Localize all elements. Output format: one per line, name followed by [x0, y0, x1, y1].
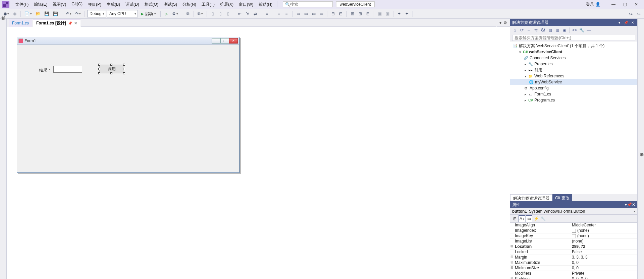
menu-帮助(H)[interactable]: 帮助(H) [256, 1, 275, 8]
menu-调试(D)[interactable]: 调试(D) [123, 1, 142, 8]
menu-工具(T)[interactable]: 工具(T) [199, 1, 217, 8]
tab-form1-design[interactable]: Form1.cs [设计] 📌 ✕ [33, 19, 80, 27]
redo-button[interactable]: ↷ [74, 10, 82, 17]
config-combo[interactable]: Debug [87, 10, 106, 17]
search-input[interactable] [290, 2, 330, 7]
se-more-icon[interactable]: — [585, 27, 592, 33]
menu-扩展(X)[interactable]: 扩展(X) [217, 1, 236, 8]
pin-icon[interactable]: 📌 [68, 21, 72, 25]
result-label[interactable]: 结果： [39, 67, 51, 73]
menu-格式(O)[interactable]: 格式(O) [142, 1, 161, 8]
se-refresh-icon[interactable]: ▥ [554, 27, 560, 33]
tree-project[interactable]: ▾C#webServiceClient [510, 49, 637, 55]
tree-programcs[interactable]: ▸C#Program.cs [510, 97, 637, 103]
platform-combo[interactable]: Any CPU [107, 10, 138, 17]
global-search[interactable]: 🔍 [283, 1, 333, 7]
align-5[interactable]: ▭ [303, 10, 309, 17]
tree-web-references[interactable]: ▾📁Web References [510, 73, 637, 79]
tab-git-changes[interactable]: Git 更改 [552, 194, 572, 201]
tb-a[interactable]: ⧉ [184, 10, 191, 17]
se-fwd-icon[interactable]: ⇆ [533, 27, 539, 33]
menu-分析(N)[interactable]: 分析(N) [180, 1, 199, 8]
menu-窗口(W)[interactable]: 窗口(W) [236, 1, 256, 8]
props-cat-icon[interactable]: ⊞ [512, 215, 518, 222]
tb-h[interactable]: ⇄ [252, 10, 259, 17]
misc-2[interactable]: ✦ [404, 10, 410, 17]
tree-form1cs[interactable]: ▸▭Form1.cs [510, 91, 637, 97]
tree-connected-services[interactable]: 🔗Connected Services [510, 55, 637, 61]
props-az-icon[interactable]: A↓ [519, 215, 525, 222]
form-designer[interactable]: Form1 — ▢ ✕ 结果： 调用 [17, 37, 239, 173]
open-button[interactable]: 📂 [34, 10, 42, 17]
prop-row-Padding[interactable]: Padding0, 0, 0, 0 [510, 276, 637, 279]
align-4[interactable]: ▭ [295, 10, 302, 17]
prop-row-Modifiers[interactable]: ModifiersPrivate [510, 271, 637, 276]
se-collapse-icon[interactable]: ▣ [561, 27, 568, 33]
prop-row-Location[interactable]: Location289, 72 [510, 244, 637, 250]
feedback-button[interactable]: ⮑ [635, 10, 642, 17]
menu-测试(S)[interactable]: 测试(S) [161, 1, 180, 8]
forward-nav-button[interactable]: ◉ [11, 10, 18, 17]
props-wrench-icon[interactable]: 🔧 [540, 215, 546, 222]
prop-row-ImageIndex[interactable]: ImageIndex(none) [510, 228, 637, 233]
align-2[interactable]: ≡ [275, 10, 282, 17]
props-pin-icon[interactable]: 📌 [627, 202, 632, 207]
align-7[interactable]: ▭ [318, 10, 325, 17]
tabs-settings-icon[interactable]: ⚙ [503, 20, 507, 25]
tree-mywebservice[interactable]: 🌐myWebService [510, 79, 637, 85]
project-pill[interactable]: webServiceClient [336, 1, 375, 7]
prop-row-MaximumSize[interactable]: MaximumSize0, 0 [510, 260, 637, 266]
center-2[interactable]: ⊞ [357, 10, 364, 17]
tree-properties[interactable]: ▸🔧Properties [510, 61, 637, 67]
order-2[interactable]: ▣ [384, 10, 391, 17]
solution-search-input[interactable] [512, 35, 635, 41]
misc-1[interactable]: ✦ [396, 10, 402, 17]
prop-row-ImageAlign[interactable]: ImageAlignMiddleCenter [510, 223, 637, 228]
spacing-2[interactable]: ⊟ [337, 10, 344, 17]
panel-pin-icon[interactable]: 📌 [623, 20, 629, 25]
menu-Git(G)[interactable]: Git(G) [69, 1, 85, 8]
tb-g[interactable]: ⇲ [244, 10, 251, 17]
panel-close-icon[interactable]: ✕ [630, 20, 635, 25]
start-button[interactable]: ▶ 启动 ▾ [139, 11, 158, 17]
prop-row-ImageList[interactable]: ImageList(none) [510, 239, 637, 244]
se-home-icon[interactable]: ⌂ [512, 27, 518, 33]
solution-tree[interactable]: 📑解决方案 'webServiceClient' (1 个项目，共 1 个) ▾… [510, 42, 637, 194]
new-project-button[interactable]: 📄 [23, 10, 33, 17]
result-textbox[interactable] [53, 66, 82, 73]
close-tab-icon[interactable]: ✕ [74, 21, 77, 25]
props-close-icon[interactable]: ✕ [632, 202, 635, 207]
panel-dropdown-icon[interactable]: ▾ [616, 20, 622, 25]
se-code-icon[interactable]: <> [571, 27, 578, 33]
attach-button[interactable]: ⚙ [171, 10, 179, 17]
properties-object-combo[interactable]: button1 System.Windows.Forms.Button ▾ [510, 208, 637, 215]
back-nav-button[interactable]: ◉ [2, 10, 10, 17]
share-button[interactable]: ⮓ [628, 10, 634, 17]
save-button[interactable]: 💾 [43, 10, 51, 17]
spacing-1[interactable]: ⊟ [330, 10, 336, 17]
order-1[interactable]: ▣ [376, 10, 383, 17]
tb-d[interactable]: ▯ [217, 10, 224, 17]
undo-button[interactable]: ↶ [64, 10, 73, 17]
align-3[interactable]: ≡ [283, 10, 290, 17]
login-button[interactable]: 登录👤 [583, 1, 603, 8]
properties-grid[interactable]: ImageAlignMiddleCenterImageIndex(none)Im… [510, 223, 637, 279]
se-sync2-icon[interactable]: 🗘 [540, 27, 546, 33]
prop-row-Margin[interactable]: Margin3, 3, 3, 3 [510, 255, 637, 260]
props-events-icon[interactable]: ⚡ [533, 215, 539, 222]
tab-form1-cs[interactable]: Form1.cs [9, 19, 32, 27]
tab-solution-explorer[interactable]: 解决方案资源管理器 [510, 194, 552, 201]
menu-视图(V)[interactable]: 视图(V) [50, 1, 69, 8]
se-showall-icon[interactable]: ▤ [547, 27, 553, 33]
prop-row-ImageKey[interactable]: ImageKey(none) [510, 233, 637, 239]
tree-references[interactable]: ▸▸▸引用 [510, 67, 637, 73]
tree-solution-root[interactable]: 📑解决方案 'webServiceClient' (1 个项目，共 1 个) [510, 43, 637, 49]
menu-文件(F)[interactable]: 文件(F) [13, 1, 31, 8]
menu-编辑(E)[interactable]: 编辑(E) [31, 1, 50, 8]
center-3[interactable]: ⊞ [365, 10, 371, 17]
maximize-button[interactable]: ▢ [619, 1, 631, 8]
start-no-debug-button[interactable]: ▷ [163, 10, 170, 17]
close-button[interactable]: ✕ [631, 1, 642, 8]
tb-b[interactable]: ⧉ [196, 10, 204, 17]
tb-f[interactable]: ⇤ [236, 10, 243, 17]
